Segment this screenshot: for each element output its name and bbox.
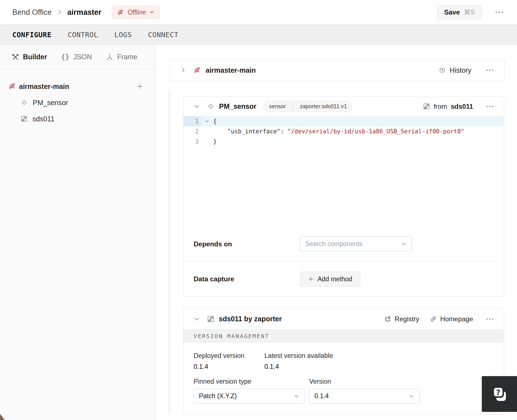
tree-item-machine[interactable]: airmaster-main (0, 78, 156, 95)
config-sidebar: Builder {} JSON (0, 45, 156, 420)
code-token: } (213, 138, 217, 145)
save-shortcut-hint: ⌘S (464, 8, 475, 16)
component-name: PM_sensor (219, 102, 256, 110)
tools-icon (12, 53, 19, 61)
chevron-down-icon (205, 119, 209, 123)
deployed-version-value: 0.1.4 (194, 363, 264, 371)
corner-decoration (0, 414, 5, 420)
version-value: 0.1.4 (314, 392, 329, 400)
module-card-header: sds011 by zaporter Registry (184, 308, 504, 329)
machine-card-expand-button[interactable] (178, 65, 189, 75)
history-button[interactable]: History (438, 66, 471, 74)
pill-divider-icon (291, 101, 295, 112)
version-label: Version (309, 378, 331, 385)
machine-status-badge[interactable]: Offline (112, 6, 160, 19)
registry-link[interactable]: Registry (384, 315, 419, 323)
from-module-name: sds011 (451, 103, 473, 110)
plus-icon (308, 276, 314, 282)
depends-on-placeholder: Search components (305, 240, 363, 248)
tree-item-label: sds011 (32, 115, 55, 123)
code-token: { (213, 118, 217, 125)
ellipsis-icon (486, 318, 494, 320)
tree-item-label: airmaster-main (19, 82, 69, 91)
component-type: sensor (264, 101, 291, 112)
module-card-title: sds011 by zaporter (219, 315, 282, 323)
diamond-icon (207, 103, 215, 110)
page-body: Builder {} JSON (0, 45, 517, 420)
add-component-button[interactable] (135, 82, 144, 91)
breadcrumb-location[interactable]: Bend Office (12, 8, 52, 17)
module-card-collapse-button[interactable] (191, 314, 202, 324)
ellipsis-icon (495, 11, 504, 13)
braces-icon: {} (61, 53, 69, 61)
add-method-button[interactable]: Add method (300, 272, 360, 287)
tree-item-label: PM_sensor (33, 99, 68, 107)
machine-card-menu-button[interactable] (484, 67, 496, 74)
machine-card: airmaster-main History (169, 59, 505, 81)
add-method-label: Add method (318, 275, 352, 283)
attributes-json-editor[interactable]: 1 { 2 "usb_interface": "/dev/serial/by-i… (184, 116, 504, 226)
from-module-link[interactable]: from sds011 (423, 103, 473, 110)
config-mode-tabs: Builder {} JSON (0, 45, 156, 69)
main-tabbar: CONFIGURE CONTROL LOGS CONNECT (0, 25, 517, 45)
external-link-icon (384, 316, 391, 322)
tree-item-pm-sensor[interactable]: PM_sensor (0, 95, 156, 111)
wifi-off-icon (117, 9, 124, 16)
help-button[interactable]: ? (482, 376, 517, 412)
topbar: Bend Office airmaster Offline (0, 0, 517, 25)
chevron-down-icon (149, 10, 154, 15)
from-label: from (434, 103, 447, 110)
module-icon (423, 103, 430, 110)
homepage-link[interactable]: Homepage (430, 315, 473, 323)
deployed-version-label: Deployed version (194, 352, 264, 360)
wifi-off-icon (8, 82, 16, 90)
version-select[interactable]: 0.1.4 (309, 389, 420, 404)
tab-logs[interactable]: LOGS (114, 31, 132, 39)
editor-line: 2 "usb_interface": "/dev/serial/by-id/us… (184, 126, 504, 136)
data-capture-label: Data capture (194, 275, 300, 283)
mode-tab-label: JSON (73, 53, 92, 61)
version-management-content: Deployed version Latest version availabl… (184, 343, 504, 404)
editor-line: 3 } (184, 136, 504, 147)
mode-tab-builder[interactable]: Builder (12, 53, 47, 61)
component-card-collapse-button[interactable] (191, 101, 202, 112)
ellipsis-icon (486, 105, 494, 108)
chevron-down-icon (293, 393, 299, 399)
breadcrumb-separator-icon (57, 9, 62, 16)
save-button[interactable]: Save ⌘S (437, 6, 482, 19)
data-capture-row: Data capture Add method (184, 262, 504, 296)
status-label: Offline (128, 9, 146, 16)
mode-tab-json[interactable]: {} JSON (61, 53, 92, 61)
editor-line: 1 { (184, 116, 504, 126)
tab-control[interactable]: CONTROL (68, 31, 98, 39)
depends-on-select[interactable]: Search components (300, 237, 412, 251)
module-card-menu-button[interactable] (484, 316, 496, 322)
latest-version-value: 0.1.4 (264, 363, 279, 371)
config-main-panel: airmaster-main History (156, 45, 517, 420)
registry-link-label: Registry (395, 315, 419, 323)
machine-card-title: airmaster-main (206, 66, 256, 74)
history-icon (438, 67, 446, 74)
mode-tab-label: Frame (117, 53, 137, 61)
tree-item-sds011[interactable]: sds011 (0, 111, 156, 127)
version-management-header: VERSION MANAGEMENT (184, 329, 504, 343)
mode-tab-frame[interactable]: Frame (106, 53, 137, 61)
frame-axes-icon (106, 53, 113, 61)
svg-text:?: ? (496, 388, 500, 397)
machine-config-page: Bend Office airmaster Offline (0, 0, 517, 420)
tab-connect[interactable]: CONNECT (148, 31, 178, 39)
module-card-sds011: sds011 by zaporter Registry (183, 308, 504, 414)
save-button-label: Save (444, 8, 460, 16)
fold-toggle[interactable] (201, 119, 213, 123)
tab-configure[interactable]: CONFIGURE (12, 31, 51, 39)
pinned-version-type-value: Patch (X.Y.Z) (199, 392, 237, 400)
component-card-header: PM_sensor sensor zaporter:sds011:v1 (184, 97, 504, 116)
line-number: 3 (184, 138, 201, 145)
pinned-version-type-select[interactable]: Patch (X.Y.Z) (194, 389, 304, 404)
component-card-menu-button[interactable] (484, 103, 496, 110)
component-type-badge: sensor zaporter:sds011:v1 (264, 101, 352, 112)
history-button-label: History (450, 66, 471, 74)
help-question-icon: ? (490, 385, 509, 403)
topbar-overflow-menu-button[interactable] (493, 9, 506, 16)
mode-tab-label: Builder (23, 53, 47, 61)
